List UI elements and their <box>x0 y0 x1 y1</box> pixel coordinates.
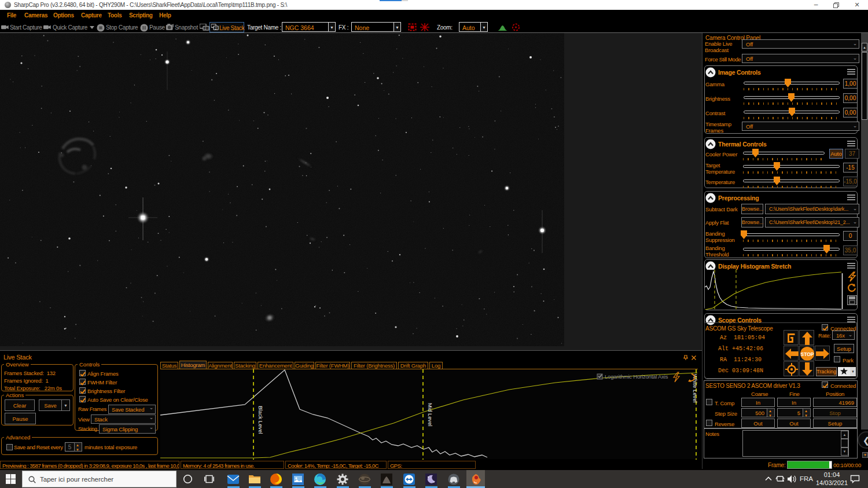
svg-text:STOP: STOP <box>801 351 814 357</box>
svg-text:Black Level: Black Level <box>258 406 264 434</box>
svg-text:Mid Level: Mid Level <box>427 403 433 427</box>
svg-text:2: 2 <box>205 27 207 30</box>
svg-text:White Level: White Level <box>692 374 698 403</box>
svg-text:Logarithmic Horizontal Axis: Logarithmic Horizontal Axis <box>605 373 668 380</box>
svg-text:2: 2 <box>215 27 217 30</box>
